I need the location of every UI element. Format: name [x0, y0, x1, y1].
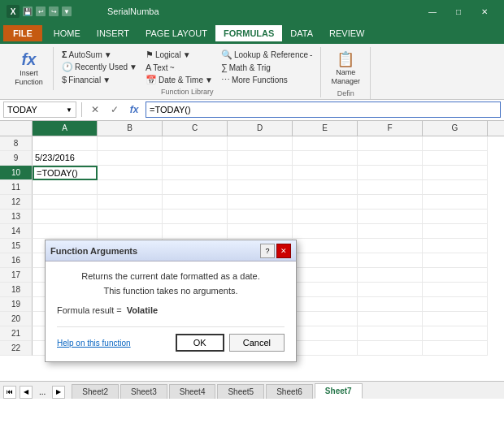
row-header-11: 11: [0, 180, 33, 195]
col-header-e: E: [293, 121, 358, 136]
function-arguments-dialog: Function Arguments ? ✕ Returns the curre…: [45, 240, 297, 362]
dialog-help-icon-button[interactable]: ?: [260, 244, 275, 258]
minimize-button[interactable]: —: [419, 0, 445, 23]
row-header-17: 17: [0, 268, 33, 283]
dialog-ok-button[interactable]: OK: [176, 334, 224, 352]
cell-f9[interactable]: [358, 151, 423, 166]
table-row: 12: [0, 195, 504, 210]
row-header-20: 20: [0, 312, 33, 326]
cell-a10[interactable]: =TODAY(): [33, 166, 98, 180]
cell-c10[interactable]: [163, 166, 228, 180]
help-link[interactable]: Help on this function: [57, 339, 131, 348]
ribbon-group-insert-function: fx InsertFunction: [5, 47, 54, 90]
clock-icon: 🕐: [62, 62, 73, 72]
define-label: Defin: [337, 89, 354, 97]
dialog-close-button[interactable]: ✕: [276, 244, 291, 258]
tab-sheet6[interactable]: Sheet6: [266, 384, 313, 399]
date-time-button[interactable]: 📅 Date & Time ▼: [142, 74, 216, 86]
dialog-title: Function Arguments: [50, 246, 137, 256]
col-header-d: D: [228, 121, 293, 136]
date-time-arrow: ▼: [205, 76, 213, 84]
menu-file[interactable]: FILE: [3, 25, 42, 41]
cancel-formula-button[interactable]: ✕: [87, 102, 103, 118]
recently-used-button[interactable]: 🕐 Recently Used ▼: [59, 61, 141, 73]
cell-c8[interactable]: [163, 136, 228, 151]
function-library-group: Σ AutoSum ▼ 🕐 Recently Used ▼ $ Financia…: [54, 47, 321, 97]
cell-b9[interactable]: [98, 151, 163, 166]
cell-g10[interactable]: [423, 166, 488, 180]
menu-insert[interactable]: INSERT: [89, 25, 137, 41]
cell-g9[interactable]: [423, 151, 488, 166]
formula-result-label: Formula result =: [57, 305, 122, 315]
header-spacer: [0, 121, 33, 136]
cell-e8[interactable]: [293, 136, 358, 151]
dialog-footer: Help on this function OK Cancel: [57, 326, 285, 352]
menu-formulas[interactable]: FORMULAS: [215, 25, 282, 41]
date-time-label: Date & Time: [159, 76, 203, 84]
tab-prev-button[interactable]: ◀: [20, 386, 33, 399]
table-row: 11: [0, 180, 504, 195]
confirm-formula-button[interactable]: ✓: [106, 102, 123, 118]
cell-g8[interactable]: [423, 136, 488, 151]
text-button[interactable]: A Text ~: [142, 62, 216, 73]
close-button[interactable]: ✕: [471, 0, 497, 23]
menu-bar: FILE HOME INSERT PAGE LAYOUT FORMULAS DA…: [0, 23, 504, 44]
cell-a8[interactable]: [33, 136, 98, 151]
row-header-15: 15: [0, 239, 33, 253]
name-box[interactable]: TODAY ▼: [3, 102, 76, 118]
tab-navigation: ⏮ ◀ ... ▶: [3, 386, 65, 399]
save-button[interactable]: 💾: [23, 6, 33, 16]
fx-bar-button[interactable]: fx: [126, 102, 142, 118]
lookup-ref-button[interactable]: 🔍 Lookup & Reference -: [218, 49, 316, 61]
customize-button[interactable]: ▼: [62, 6, 72, 16]
dialog-result-row: Formula result = Volatile: [57, 305, 285, 315]
cell-f8[interactable]: [358, 136, 423, 151]
cell-b8[interactable]: [98, 136, 163, 151]
math-trig-button[interactable]: ∑ Math & Trig: [218, 62, 316, 73]
redo-button[interactable]: ↪: [49, 6, 59, 16]
text-arrow: ~: [170, 63, 175, 72]
insert-function-button[interactable]: fx InsertFunction: [11, 49, 46, 89]
fx-large-icon: fx: [22, 50, 37, 69]
menu-home[interactable]: HOME: [46, 25, 89, 41]
tab-sheet4[interactable]: Sheet4: [169, 384, 216, 399]
function-library-label: Function Library: [59, 88, 315, 96]
cell-e10[interactable]: [293, 166, 358, 180]
financial-label: Financial: [68, 76, 101, 84]
menu-data[interactable]: DATA: [282, 25, 321, 41]
tab-next-button[interactable]: ▶: [52, 386, 65, 399]
recently-used-label: Recently Used: [75, 63, 128, 71]
tab-sheet2[interactable]: Sheet2: [72, 384, 119, 399]
undo-button[interactable]: ↩: [36, 6, 46, 16]
cell-c9[interactable]: [163, 151, 228, 166]
tab-sheet3[interactable]: Sheet3: [120, 384, 167, 399]
tab-sheet5[interactable]: Sheet5: [217, 384, 264, 399]
dialog-actions: OK Cancel: [176, 334, 285, 352]
formula-bar: TODAY ▼ ✕ ✓ fx: [0, 100, 504, 121]
cell-f10[interactable]: [358, 166, 423, 180]
menu-page-layout[interactable]: PAGE LAYOUT: [137, 25, 215, 41]
math-trig-label: Math & Trig: [229, 63, 271, 72]
tab-first-button[interactable]: ⏮: [3, 386, 16, 399]
financial-button[interactable]: $ Financial ▼: [59, 74, 141, 85]
cell-a11[interactable]: [33, 180, 98, 195]
logical-button[interactable]: ⚑ Logical ▼: [142, 49, 216, 61]
cell-d10[interactable]: [228, 166, 293, 180]
autosum-arrow: ▼: [104, 50, 112, 59]
cell-a9[interactable]: 5/23/2016: [33, 151, 98, 166]
more-functions-button[interactable]: ⋯ More Functions: [218, 74, 316, 86]
tab-sheet7[interactable]: Sheet7: [315, 383, 363, 399]
cell-b10[interactable]: [98, 166, 163, 180]
menu-review[interactable]: REVIEW: [321, 25, 372, 41]
autosum-button[interactable]: Σ AutoSum ▼: [59, 49, 141, 60]
name-manager-button[interactable]: 📋 NameManager: [328, 49, 363, 88]
cell-e9[interactable]: [293, 151, 358, 166]
dialog-cancel-button[interactable]: Cancel: [229, 334, 285, 352]
maximize-button[interactable]: □: [445, 0, 471, 23]
col-header-c: C: [163, 121, 228, 136]
cell-d9[interactable]: [228, 151, 293, 166]
lookup-icon: 🔍: [221, 50, 232, 60]
autosum-label: AutoSum: [69, 50, 102, 59]
formula-input[interactable]: [146, 102, 501, 118]
cell-d8[interactable]: [228, 136, 293, 151]
